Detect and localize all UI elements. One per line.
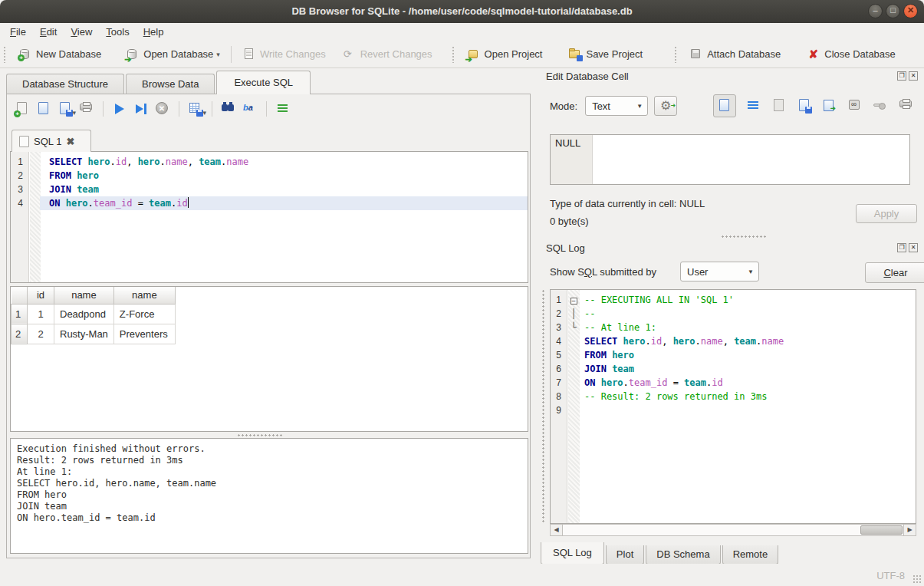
open-sql-file-icon[interactable] bbox=[36, 101, 51, 117]
execute-to-cursor-icon[interactable] bbox=[133, 101, 149, 117]
code-line: 2│-- bbox=[551, 307, 916, 321]
print-cell-icon[interactable] bbox=[898, 98, 913, 114]
close-database-button[interactable]: ✘ Close Database bbox=[798, 44, 904, 64]
format-sql-icon[interactable] bbox=[275, 101, 291, 117]
cell-size-info: 0 byte(s) bbox=[550, 216, 589, 227]
write-changes-button[interactable]: Write Changes bbox=[234, 44, 334, 64]
table-cell[interactable]: 2 bbox=[28, 324, 54, 344]
set-null-icon[interactable] bbox=[873, 98, 888, 114]
mode-label: Mode: bbox=[550, 100, 577, 112]
text-mode-button[interactable] bbox=[713, 94, 736, 117]
save-as-icon[interactable] bbox=[822, 98, 837, 114]
tab-plot[interactable]: Plot bbox=[606, 545, 644, 565]
word-wrap-icon[interactable] bbox=[746, 98, 761, 114]
row-header[interactable]: 2 bbox=[12, 324, 28, 344]
scroll-left-arrow[interactable]: ◀ bbox=[551, 525, 563, 535]
tab-db-schema[interactable]: DB Schema bbox=[646, 545, 720, 565]
stop-execution-icon[interactable]: ✕ bbox=[155, 101, 170, 117]
sql-tab-label: SQL 1 bbox=[34, 136, 61, 147]
splitter-handle[interactable] bbox=[541, 289, 545, 524]
row-header[interactable]: 1 bbox=[12, 304, 28, 324]
window-title: DB Browser for SQLite - /home/user/code/… bbox=[0, 0, 924, 23]
toolbar-grip[interactable] bbox=[3, 46, 7, 63]
toolbar-grip[interactable] bbox=[452, 46, 455, 63]
table-cell[interactable]: Preventers bbox=[113, 324, 175, 344]
column-header[interactable]: id bbox=[28, 287, 54, 304]
clear-log-button[interactable]: Clear bbox=[865, 262, 924, 283]
find-icon[interactable] bbox=[221, 101, 236, 117]
auto-switch-mode-button[interactable]: ⚙ bbox=[654, 96, 677, 116]
open-database-button[interactable]: ➔ Open Database ▾ bbox=[117, 44, 229, 64]
mode-select[interactable]: Text▼ bbox=[585, 96, 648, 116]
results-grid: idnamename11DeadpondZ-Force22Rusty-ManPr… bbox=[10, 286, 528, 432]
dock-tab-bar: SQL Log Plot DB Schema Remote bbox=[541, 542, 780, 565]
close-panel-icon[interactable]: ✕ bbox=[909, 243, 918, 252]
close-button[interactable]: ✕ bbox=[903, 4, 918, 18]
column-header[interactable]: name bbox=[54, 287, 114, 304]
link-data-icon[interactable] bbox=[847, 98, 863, 114]
import-cell-icon[interactable] bbox=[771, 98, 787, 114]
sql-source-select[interactable]: User▼ bbox=[680, 262, 759, 281]
menu-help[interactable]: Help bbox=[136, 25, 171, 39]
code-line: 1SELECT hero.id, hero.name, team.name bbox=[11, 155, 528, 169]
log-horizontal-scrollbar[interactable]: ◀ ▶ bbox=[550, 524, 916, 536]
menu-file[interactable]: File bbox=[3, 25, 33, 39]
menu-edit[interactable]: Edit bbox=[33, 25, 64, 39]
attach-database-icon bbox=[689, 48, 702, 61]
export-cell-icon[interactable] bbox=[797, 98, 812, 114]
float-panel-icon[interactable]: ❐ bbox=[897, 243, 906, 252]
toolbar-grip[interactable] bbox=[674, 46, 678, 63]
table-cell[interactable]: Deadpond bbox=[54, 304, 114, 324]
execution-message-area[interactable]: Execution finished without errors.Result… bbox=[10, 438, 528, 554]
float-panel-icon[interactable]: ❐ bbox=[897, 71, 906, 81]
column-header[interactable]: name bbox=[113, 287, 175, 304]
print-icon[interactable] bbox=[79, 101, 94, 117]
sql-document-tab[interactable]: SQL 1 ✖ bbox=[12, 130, 91, 152]
tab-database-structure[interactable]: Database Structure bbox=[6, 74, 124, 94]
tab-sql-log[interactable]: SQL Log bbox=[541, 542, 604, 565]
table-cell[interactable]: Rusty-Man bbox=[54, 324, 114, 344]
corner-header[interactable] bbox=[12, 287, 28, 304]
scrollbar-thumb[interactable] bbox=[860, 525, 903, 535]
tab-remote[interactable]: Remote bbox=[722, 545, 779, 565]
apply-button[interactable]: Apply bbox=[856, 204, 917, 223]
open-project-button[interactable]: ➔ Open Project bbox=[459, 44, 551, 64]
open-database-dropdown-arrow[interactable]: ▾ bbox=[216, 51, 220, 61]
code-line: 7ON hero.team_id = team.id bbox=[551, 376, 916, 390]
code-line: 5FROM hero bbox=[551, 348, 916, 362]
tab-execute-sql[interactable]: Execute SQL bbox=[216, 71, 311, 94]
table-cell[interactable]: 1 bbox=[28, 304, 54, 324]
code-line: 3└-- At line 1: bbox=[551, 321, 916, 334]
menu-view[interactable]: View bbox=[64, 25, 99, 39]
minimize-button[interactable]: – bbox=[868, 4, 883, 18]
splitter-handle[interactable] bbox=[721, 235, 767, 239]
tab-browse-data[interactable]: Browse Data bbox=[126, 74, 215, 94]
sql-editor[interactable]: 1SELECT hero.id, hero.name, team.name2FR… bbox=[10, 151, 528, 283]
menu-tools[interactable]: Tools bbox=[99, 25, 136, 39]
execute-sql-icon[interactable] bbox=[112, 101, 127, 117]
cell-value-editor[interactable]: NULL bbox=[550, 134, 910, 185]
find-replace-icon[interactable]: ba bbox=[242, 101, 258, 117]
main-tab-bar: Database Structure Browse Data Execute S… bbox=[6, 73, 312, 94]
close-panel-icon[interactable]: ✕ bbox=[909, 71, 918, 81]
sql-log-title: SQL Log bbox=[546, 242, 585, 254]
splitter-handle[interactable] bbox=[237, 433, 283, 437]
execute-sql-pane: + ▾ ✕ ▾ ba SQL 1 ✖ 1SELECT hero.id, hero… bbox=[6, 94, 531, 558]
table-cell[interactable]: Z-Force bbox=[113, 304, 175, 324]
save-sql-file-icon[interactable]: ▾ bbox=[58, 101, 73, 117]
resize-grip[interactable] bbox=[912, 574, 922, 584]
export-results-icon[interactable]: ▾ bbox=[188, 101, 203, 117]
attach-database-button[interactable]: Attach Database bbox=[681, 44, 789, 64]
revert-changes-button[interactable]: ⟳ Revert Changes bbox=[334, 44, 441, 64]
save-project-button[interactable]: Save Project bbox=[560, 44, 651, 64]
open-project-icon: ➔ bbox=[467, 48, 480, 61]
scroll-right-arrow[interactable]: ▶ bbox=[903, 525, 916, 535]
save-project-icon bbox=[568, 48, 581, 61]
sql-log-view[interactable]: 1−-- EXECUTING ALL IN 'SQL 1'2│--3└-- At… bbox=[550, 289, 916, 524]
title-bar: DB Browser for SQLite - /home/user/code/… bbox=[0, 0, 924, 23]
new-database-button[interactable]: + New Database bbox=[10, 44, 110, 64]
maximize-button[interactable]: □ bbox=[886, 4, 900, 18]
code-line: 6JOIN team bbox=[551, 362, 916, 376]
new-sql-tab-icon[interactable]: + bbox=[15, 101, 30, 117]
close-sql-tab-icon[interactable]: ✖ bbox=[66, 136, 74, 147]
